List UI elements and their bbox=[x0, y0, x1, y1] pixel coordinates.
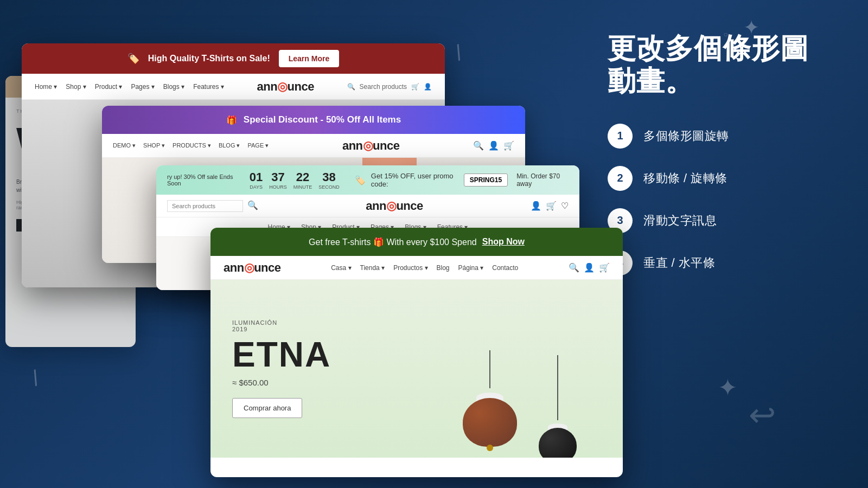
window2-logo: ann◎unce bbox=[342, 139, 399, 153]
window3-hurry-text: ry up! 30% Off sale Ends Soon bbox=[167, 174, 241, 187]
feature-text-4: 垂直 / 水平條 bbox=[643, 255, 715, 271]
nav-blog4[interactable]: Blog bbox=[437, 264, 450, 272]
window1-announcement-bar: 🏷️ High Quality T-Shirts on Sale! Learn … bbox=[22, 43, 445, 74]
window3-announcement-bar: ry up! 30% Off sale Ends Soon 01 DAYS 37… bbox=[156, 165, 579, 195]
nav-features[interactable]: Features ▾ bbox=[193, 83, 224, 91]
window1-bar-text: High Quality T-Shirts on Sale! bbox=[148, 54, 270, 63]
nav-product[interactable]: Product ▾ bbox=[95, 83, 123, 91]
cart-icon[interactable]: 🛒 bbox=[411, 83, 419, 91]
countdown-days: 01 DAYS bbox=[250, 170, 263, 190]
cart-icon2[interactable]: 🛒 bbox=[503, 140, 514, 151]
countdown-seconds-label: SECOND bbox=[318, 184, 340, 190]
countdown-minutes-num: 22 bbox=[293, 170, 312, 184]
feature-item-4: 4 垂直 / 水平條 bbox=[608, 251, 835, 275]
window2-bar-icon: 🎁 bbox=[226, 115, 237, 125]
search-icon: 🔍 bbox=[347, 83, 355, 91]
lamp-container bbox=[417, 280, 623, 458]
cart-icon3[interactable]: 🛒 bbox=[546, 201, 557, 211]
lamp2-cord bbox=[557, 355, 558, 420]
min-order-text: Min. Order $70 away bbox=[516, 172, 569, 188]
nav-blog[interactable]: BLOG ▾ bbox=[219, 142, 240, 149]
window4-nav: ann◎unce Casa ▾ Tienda ▾ Productos ▾ Blo… bbox=[210, 256, 623, 280]
feature-item-1: 1 多個條形圖旋轉 bbox=[608, 124, 835, 149]
nav-shop2[interactable]: SHOP ▾ bbox=[143, 142, 165, 149]
lamp2-body bbox=[539, 428, 577, 458]
nav-products[interactable]: PRODUCTS ▾ bbox=[173, 142, 211, 149]
buy-button[interactable]: Comprar ahora bbox=[232, 398, 302, 418]
countdown-minutes-label: MINUTE bbox=[293, 184, 312, 190]
window2-icons: 🔍 👤 🛒 bbox=[473, 140, 514, 151]
shop-now-link[interactable]: Shop Now bbox=[482, 237, 525, 247]
window3-nav: 🔍 ann◎unce 👤 🛒 ♡ bbox=[156, 195, 579, 217]
countdown-days-label: DAYS bbox=[250, 184, 263, 190]
window1-logo: ann◎unce bbox=[257, 80, 314, 94]
deco-curl: ↩ bbox=[749, 396, 776, 434]
countdown-seconds: 38 SECOND bbox=[318, 170, 340, 190]
nav-blogs[interactable]: Blogs ▾ bbox=[163, 83, 184, 91]
feature-num-1: 1 bbox=[608, 124, 633, 149]
window4-icons: 🔍 👤 🛒 bbox=[569, 262, 610, 273]
nav-home[interactable]: Home ▾ bbox=[35, 83, 57, 91]
learn-more-button[interactable]: Learn More bbox=[279, 50, 339, 67]
countdown-hours-label: HOURS bbox=[269, 184, 287, 190]
countdown-minutes: 22 MINUTE bbox=[293, 170, 312, 190]
promo-icon: 🏷️ bbox=[355, 175, 366, 185]
countdown-seconds-num: 38 bbox=[318, 170, 340, 184]
nav-pages[interactable]: Pages ▾ bbox=[131, 83, 154, 91]
countdown-hours-num: 37 bbox=[269, 170, 287, 184]
window2-nav: DEMO ▾ SHOP ▾ PRODUCTS ▾ BLOG ▾ PAGE ▾ a… bbox=[102, 134, 525, 158]
browser-window-4: Get free T-shirts 🎁 With every $100 Spen… bbox=[210, 228, 623, 477]
nav-casa[interactable]: Casa ▾ bbox=[331, 264, 351, 272]
search-btn[interactable]: 🔍 bbox=[247, 200, 258, 212]
window1-search-area: 🔍 Search products 🛒 👤 bbox=[347, 83, 432, 91]
feature-text-3: 滑動文字訊息 bbox=[643, 213, 717, 229]
wishlist-icon[interactable]: ♡ bbox=[561, 201, 569, 211]
lamp1-body bbox=[463, 398, 517, 447]
window4-logo: ann◎unce bbox=[224, 261, 280, 275]
feature-item-2: 2 移動條 / 旋轉條 bbox=[608, 166, 835, 191]
feature-text-1: 多個條形圖旋轉 bbox=[643, 128, 729, 144]
feature-list: 1 多個條形圖旋轉 2 移動條 / 旋轉條 3 滑動文字訊息 4 垂直 / 水平… bbox=[608, 124, 835, 275]
user-icon[interactable]: 👤 bbox=[424, 83, 432, 91]
user-icon4[interactable]: 👤 bbox=[584, 262, 595, 273]
countdown-hours: 37 HOURS bbox=[269, 170, 287, 190]
feature-text-2: 移動條 / 旋轉條 bbox=[643, 170, 727, 187]
window2-bar-text: Special Discount - 50% Off All Items bbox=[244, 114, 401, 125]
window2-nav-links: DEMO ▾ SHOP ▾ PRODUCTS ▾ BLOG ▾ PAGE ▾ bbox=[113, 142, 269, 149]
window4-content: ILUMINACIÓN2019 ETNA ≈ $650.00 Comprar a… bbox=[210, 280, 623, 458]
window1-nav: Home ▾ Shop ▾ Product ▾ Pages ▾ Blogs ▾ … bbox=[22, 74, 445, 100]
nav-demo[interactable]: DEMO ▾ bbox=[113, 142, 136, 149]
window3-nav-left: 🔍 bbox=[167, 200, 258, 212]
user-icon3[interactable]: 👤 bbox=[531, 201, 541, 211]
feature-num-2: 2 bbox=[608, 166, 633, 191]
countdown-days-num: 01 bbox=[250, 170, 263, 184]
nav-shop[interactable]: Shop ▾ bbox=[66, 83, 86, 91]
user-icon2[interactable]: 👤 bbox=[488, 140, 499, 151]
nav-productos[interactable]: Productos ▾ bbox=[393, 264, 427, 272]
right-panel: 更改多個條形圖動畫。 1 多個條形圖旋轉 2 移動條 / 旋轉條 3 滑動文字訊… bbox=[608, 33, 835, 275]
main-title: 更改多個條形圖動畫。 bbox=[608, 33, 835, 98]
search-icon2[interactable]: 🔍 bbox=[473, 140, 484, 151]
nav-page[interactable]: PAGE ▾ bbox=[248, 142, 269, 149]
feature-item-3: 3 滑動文字訊息 bbox=[608, 208, 835, 233]
nav-pagina[interactable]: Página ▾ bbox=[458, 264, 484, 272]
lamp-2 bbox=[539, 355, 577, 458]
window2-announcement-bar: 🎁 Special Discount - 50% Off All Items bbox=[102, 106, 525, 134]
promo-text: Get 15% OFF, user promo code: bbox=[371, 172, 458, 188]
nav-contacto[interactable]: Contacto bbox=[492, 264, 518, 272]
search-icon4[interactable]: 🔍 bbox=[569, 262, 579, 273]
window3-logo: ann◎unce bbox=[366, 199, 423, 213]
nav-tienda[interactable]: Tienda ▾ bbox=[360, 264, 385, 272]
window1-nav-links: Home ▾ Shop ▾ Product ▾ Pages ▾ Blogs ▾ … bbox=[35, 83, 224, 91]
lamp1-cord bbox=[489, 350, 490, 388]
deco-sparkle: ✦ bbox=[718, 374, 738, 401]
browsers-container: THE FIR... W Bringwith c High shine, lon… bbox=[22, 43, 483, 466]
window4-bar-text: Get free T-shirts 🎁 With every $100 Spen… bbox=[309, 237, 477, 247]
window1-search-placeholder[interactable]: Search products bbox=[360, 83, 407, 91]
window3-search-input[interactable] bbox=[167, 200, 243, 212]
window4-nav-links: Casa ▾ Tienda ▾ Productos ▾ Blog Página … bbox=[331, 264, 518, 272]
window1-bar-icon: 🏷️ bbox=[127, 53, 139, 65]
window3-icons: 👤 🛒 ♡ bbox=[531, 201, 569, 211]
window4-announcement-bar: Get free T-shirts 🎁 With every $100 Spen… bbox=[210, 228, 623, 256]
cart-icon4[interactable]: 🛒 bbox=[599, 262, 610, 273]
